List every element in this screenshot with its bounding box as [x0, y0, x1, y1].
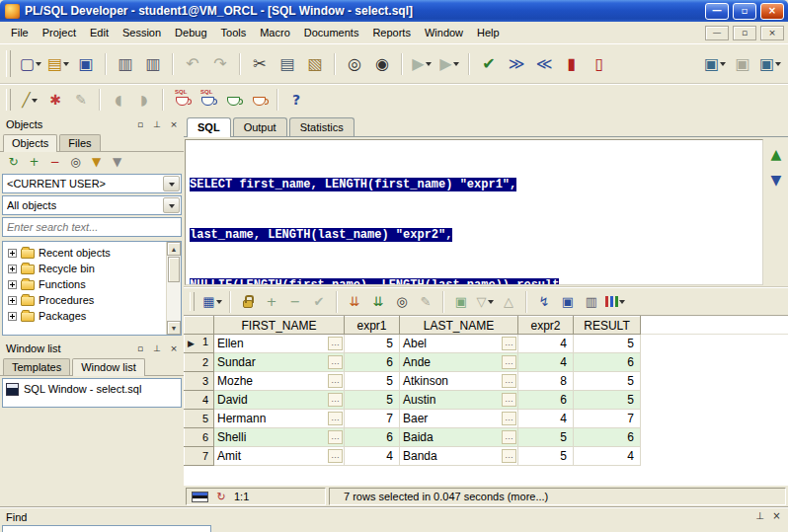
mdi-restore-icon[interactable]: ▫	[733, 26, 756, 40]
scroll-up-icon[interactable]: ▲	[167, 242, 181, 256]
tab-templates[interactable]: Templates	[3, 358, 70, 375]
number-cell[interactable]: 4	[574, 447, 641, 466]
cell-popup-button[interactable]: …	[502, 430, 516, 444]
export-results-icon[interactable]: ↯	[533, 291, 555, 313]
column-header-last-name[interactable]: LAST_NAME	[400, 317, 518, 335]
sql-window-cup-icon[interactable]: SQL	[170, 87, 194, 113]
number-cell[interactable]: 5	[574, 372, 641, 391]
menu-documents[interactable]: Documents	[297, 24, 366, 41]
next-statement-icon[interactable]: ▼	[767, 171, 785, 189]
fetch-last-page-icon[interactable]: ⇊	[344, 291, 365, 313]
number-cell[interactable]: 5	[345, 372, 400, 391]
cell-popup-button[interactable]: …	[328, 430, 343, 444]
open-file-icon[interactable]: ▤	[45, 49, 71, 79]
tree-item-procedures[interactable]: Procedures	[3, 292, 181, 308]
cell-popup-button[interactable]: …	[328, 393, 343, 407]
find-next-icon[interactable]: ◉	[369, 49, 395, 79]
chart-icon[interactable]	[604, 291, 626, 313]
command-window-cup-icon[interactable]: SQL	[196, 87, 219, 113]
text-cell[interactable]: Banda…	[400, 447, 518, 466]
tab-window-list[interactable]: Window list	[72, 358, 145, 376]
refresh-icon[interactable]: ↻	[4, 153, 23, 171]
user-select-dropdown-icon[interactable]	[163, 176, 180, 191]
find-pin-icon[interactable]: ⊥	[752, 509, 767, 523]
number-cell[interactable]: 7	[345, 410, 400, 428]
winlist-pin-icon[interactable]: ⊥	[150, 342, 164, 355]
cell-popup-button[interactable]: …	[328, 449, 343, 463]
minimize-window-icon[interactable]: —	[705, 3, 729, 20]
delete-record-icon[interactable]: −	[284, 291, 306, 313]
menu-session[interactable]: Session	[116, 24, 168, 41]
number-cell[interactable]: 6	[574, 353, 641, 372]
object-filter-select[interactable]: All objects	[2, 195, 182, 215]
table-row[interactable]: ▶1Ellen…5Abel…45	[185, 335, 788, 353]
winlist-close-icon[interactable]: ×	[167, 342, 181, 355]
status-message[interactable]: 7 rows selected in 0.047 seconds (more..…	[344, 491, 548, 502]
menu-project[interactable]: Project	[36, 24, 83, 41]
cell-popup-button[interactable]: …	[502, 412, 516, 425]
tree-item-recent-objects[interactable]: Recent objects	[3, 245, 181, 261]
menu-file[interactable]: File	[4, 24, 36, 41]
text-cell[interactable]: Hermann…	[214, 410, 345, 428]
tree-scrollbar[interactable]: ▲ ▼	[166, 242, 181, 335]
column-header-expr1[interactable]: expr1	[345, 317, 400, 335]
collapse-all-icon[interactable]: −	[45, 153, 64, 171]
table-row[interactable]: 2Sundar…6Ande…46	[185, 353, 788, 372]
number-cell[interactable]: 6	[574, 428, 641, 447]
menu-debug[interactable]: Debug	[168, 24, 213, 41]
new-window-dropdown-icon[interactable]	[36, 62, 41, 69]
scroll-down-icon[interactable]: ▼	[167, 321, 181, 335]
menu-help[interactable]: Help	[470, 24, 507, 41]
tab-statistics[interactable]: Statistics	[289, 117, 355, 136]
copy-icon[interactable]: ▤	[275, 49, 300, 79]
mdi-close-icon[interactable]: ×	[760, 26, 784, 40]
find-object-icon[interactable]: ◎	[66, 153, 85, 171]
text-cell[interactable]: Atkinson…	[400, 372, 518, 391]
number-cell[interactable]: 5	[345, 335, 400, 353]
column-header-first-name[interactable]: FIRST_NAME	[214, 317, 345, 335]
expand-all-icon[interactable]: +	[25, 153, 43, 171]
insert-record-icon[interactable]: +	[261, 291, 282, 313]
grid-options-dropdown-icon[interactable]	[216, 300, 222, 307]
number-cell[interactable]: 5	[345, 391, 400, 410]
tab-sql[interactable]: SQL	[187, 117, 231, 137]
table-row[interactable]: 7Amit…4Banda…54	[185, 447, 788, 466]
help-icon[interactable]: ?	[284, 87, 308, 113]
execute-dropdown-icon[interactable]	[426, 62, 432, 69]
object-filter-dropdown-icon[interactable]	[163, 197, 180, 213]
objects-close-icon[interactable]: ×	[167, 118, 181, 131]
text-cell[interactable]: Ellen…	[214, 335, 345, 353]
grid-options-icon[interactable]: ▦	[201, 291, 223, 313]
indent-icon[interactable]: ≫	[504, 49, 529, 79]
preferences-key-dropdown-icon[interactable]	[32, 99, 38, 106]
chart-dropdown-icon[interactable]	[619, 300, 625, 307]
cell-popup-button[interactable]: …	[328, 374, 343, 388]
print-icon[interactable]: ▥	[113, 49, 138, 79]
number-cell[interactable]: 5	[574, 391, 641, 410]
number-cell[interactable]: 4	[518, 335, 574, 353]
report-window-cup-icon[interactable]	[221, 87, 245, 113]
number-cell[interactable]: 6	[518, 391, 574, 410]
number-cell[interactable]: 5	[574, 335, 641, 353]
tree-item-recycle-bin[interactable]: Recycle bin	[3, 261, 181, 276]
fetch-all-icon[interactable]: ⇊	[367, 291, 389, 313]
mdi-minimize-icon[interactable]: —	[705, 26, 729, 40]
new-instance-dropdown-icon[interactable]	[775, 62, 781, 69]
new-window-icon[interactable]: ▢	[18, 49, 43, 79]
find-input[interactable]	[2, 525, 211, 532]
cell-popup-button[interactable]: …	[328, 337, 343, 350]
print-results-icon[interactable]: ▥	[581, 291, 602, 313]
close-window-icon[interactable]: ×	[760, 3, 784, 20]
cell-popup-button[interactable]: …	[328, 355, 343, 369]
number-cell[interactable]: 5	[518, 447, 574, 466]
text-cell[interactable]: Mozhe…	[214, 372, 345, 391]
tab-output[interactable]: Output	[233, 117, 287, 136]
number-cell[interactable]: 6	[345, 353, 400, 372]
menu-reports[interactable]: Reports	[365, 24, 418, 41]
text-cell[interactable]: Sundar…	[214, 353, 345, 372]
table-row[interactable]: 6Shelli…6Baida…56	[185, 428, 788, 447]
text-cell[interactable]: Austin…	[400, 391, 518, 410]
filter-settings-icon[interactable]: ▼	[108, 153, 126, 171]
cell-popup-button[interactable]: …	[502, 374, 516, 388]
configure-tools-icon[interactable]: ✱	[43, 87, 67, 113]
